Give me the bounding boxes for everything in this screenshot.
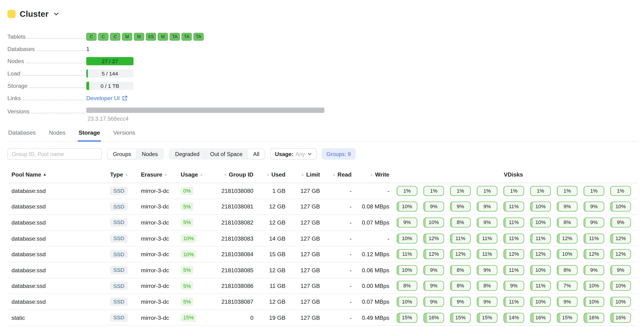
vdisk-badge[interactable]: 1% — [530, 186, 551, 196]
vdisk-badge[interactable]: 8% — [557, 218, 577, 227]
vdisk-badge[interactable]: 16% — [423, 313, 444, 322]
vdisk-badge[interactable]: 8% — [450, 281, 471, 291]
vdisk-badge[interactable]: 15% — [450, 313, 471, 322]
vdisk-badge[interactable]: 10% — [610, 202, 631, 212]
column-header-used[interactable]: ▲Used — [254, 171, 286, 178]
tab-databases[interactable]: Databases — [8, 129, 36, 141]
vdisk-badge[interactable]: 16% — [584, 313, 604, 322]
vdisk-badge[interactable]: 8% — [477, 281, 498, 291]
vdisk-badge[interactable]: 10% — [397, 297, 417, 307]
vdisk-badge[interactable]: 11% — [397, 249, 417, 259]
vdisk-badge[interactable]: 10% — [397, 233, 417, 243]
vdisk-badge[interactable]: 15% — [557, 313, 577, 322]
vdisk-badge[interactable]: 11% — [504, 297, 524, 307]
column-header-usage[interactable]: Usage▲ — [181, 171, 217, 178]
vdisk-badge[interactable]: 1% — [450, 186, 471, 196]
tab-versions[interactable]: Versions — [112, 129, 136, 141]
vdisk-badge[interactable]: 9% — [397, 218, 417, 227]
entity-option-groups[interactable]: Groups — [108, 149, 136, 159]
vdisk-badge[interactable]: 9% — [557, 297, 577, 307]
vdisk-badge[interactable]: 15% — [397, 313, 417, 322]
vdisk-badge[interactable]: 10% — [423, 218, 444, 227]
vdisk-badge[interactable]: 9% — [610, 265, 631, 275]
developer-ui-link[interactable]: Developer UI — [86, 95, 128, 101]
vdisk-badge[interactable]: 11% — [584, 233, 604, 243]
state-option-all[interactable]: All — [248, 149, 265, 159]
vdisk-badge[interactable]: 9% — [423, 297, 444, 307]
vdisk-badge[interactable]: 12% — [423, 249, 444, 259]
column-header-write[interactable]: ▲Write — [352, 171, 389, 178]
tablet-badge[interactable]: C — [86, 33, 96, 40]
vdisk-badge[interactable]: 9% — [557, 202, 577, 212]
vdisk-badge[interactable]: 9% — [610, 218, 631, 227]
tab-nodes[interactable]: Nodes — [48, 129, 66, 141]
vdisk-badge[interactable]: 10% — [610, 297, 631, 307]
vdisk-badge[interactable]: 12% — [584, 249, 604, 259]
vdisk-badge[interactable]: 10% — [397, 265, 417, 275]
vdisk-badge[interactable]: 11% — [477, 233, 498, 243]
vdisk-badge[interactable]: 1% — [397, 186, 417, 196]
vdisk-badge[interactable]: 10% — [530, 297, 551, 307]
tab-storage[interactable]: Storage — [78, 129, 101, 141]
vdisk-badge[interactable]: 10% — [530, 218, 551, 227]
vdisk-badge[interactable]: 9% — [477, 297, 498, 307]
tablet-badge[interactable]: TA — [182, 33, 192, 40]
vdisk-badge[interactable]: 10% — [584, 297, 604, 307]
tablet-badge[interactable]: M — [158, 33, 168, 40]
vdisk-badge[interactable]: 9% — [477, 218, 498, 227]
tablet-badge[interactable]: TA — [170, 33, 180, 40]
vdisk-badge[interactable]: 10% — [397, 202, 417, 212]
vdisk-badge[interactable]: 1% — [584, 186, 604, 196]
tablet-badge[interactable]: TA — [194, 33, 204, 40]
entity-option-nodes[interactable]: Nodes — [136, 149, 163, 159]
vdisk-badge[interactable]: 9% — [584, 218, 604, 227]
vdisk-badge[interactable]: 11% — [450, 233, 471, 243]
vdisk-badge[interactable]: 1% — [504, 186, 524, 196]
vdisk-badge[interactable]: 12% — [610, 249, 631, 259]
vdisk-badge[interactable]: 10% — [610, 281, 631, 291]
vdisk-badge[interactable]: 12% — [557, 233, 577, 243]
vdisk-badge[interactable]: 10% — [584, 281, 604, 291]
column-header-erasure[interactable]: Erasure▲ — [141, 171, 181, 178]
vdisk-badge[interactable]: 9% — [423, 281, 444, 291]
vdisk-badge[interactable]: 10% — [530, 202, 551, 212]
vdisk-badge[interactable]: 8% — [450, 265, 471, 275]
vdisk-badge[interactable]: 10% — [530, 265, 551, 275]
vdisk-badge[interactable]: 12% — [423, 233, 444, 243]
vdisk-badge[interactable]: 10% — [557, 249, 577, 259]
vdisk-badge[interactable]: 11% — [530, 281, 551, 291]
vdisk-badge[interactable]: 9% — [477, 265, 498, 275]
vdisk-badge[interactable]: 11% — [504, 233, 524, 243]
vdisk-badge[interactable]: 9% — [584, 202, 604, 212]
vdisk-badge[interactable]: 12% — [610, 233, 631, 243]
vdisk-badge[interactable]: 1% — [557, 186, 577, 196]
vdisk-badge[interactable]: 8% — [557, 265, 577, 275]
vdisk-badge[interactable]: 9% — [504, 281, 524, 291]
vdisk-badge[interactable]: 12% — [450, 249, 471, 259]
column-header-limit[interactable]: ▲Limit — [286, 171, 320, 178]
vdisk-badge[interactable]: 1% — [610, 186, 631, 196]
vdisk-badge[interactable]: 9% — [450, 297, 471, 307]
vdisk-badge[interactable]: 16% — [530, 313, 551, 322]
column-header-type[interactable]: Type▲ — [110, 171, 141, 178]
vdisk-badge[interactable]: 1% — [477, 186, 498, 196]
vdisk-badge[interactable]: 11% — [504, 218, 524, 227]
usage-filter-dropdown[interactable]: Usage: Any — [270, 148, 317, 160]
vdisk-badge[interactable]: 9% — [423, 265, 444, 275]
state-option-out-of-space[interactable]: Out of Space — [205, 149, 248, 159]
cluster-title-dropdown[interactable]: Cluster — [8, 8, 638, 19]
state-option-degraded[interactable]: Degraded — [170, 149, 205, 159]
vdisk-badge[interactable]: 12% — [504, 249, 524, 259]
vdisk-badge[interactable]: 14% — [504, 313, 524, 322]
column-header-read[interactable]: ▲Read — [320, 171, 352, 178]
vdisk-badge[interactable]: 11% — [477, 249, 498, 259]
column-header-group-id[interactable]: ▲Group ID — [217, 171, 254, 178]
vdisk-badge[interactable]: 1% — [423, 186, 444, 196]
vdisk-badge[interactable]: 12% — [530, 249, 551, 259]
tablet-badge[interactable]: C — [110, 33, 120, 40]
vdisk-badge[interactable]: 11% — [504, 265, 524, 275]
tablet-badge[interactable]: SS — [146, 33, 156, 40]
vdisk-badge[interactable]: 11% — [530, 233, 551, 243]
vdisk-badge[interactable]: 9% — [477, 202, 498, 212]
tablet-badge[interactable]: M — [134, 33, 144, 40]
